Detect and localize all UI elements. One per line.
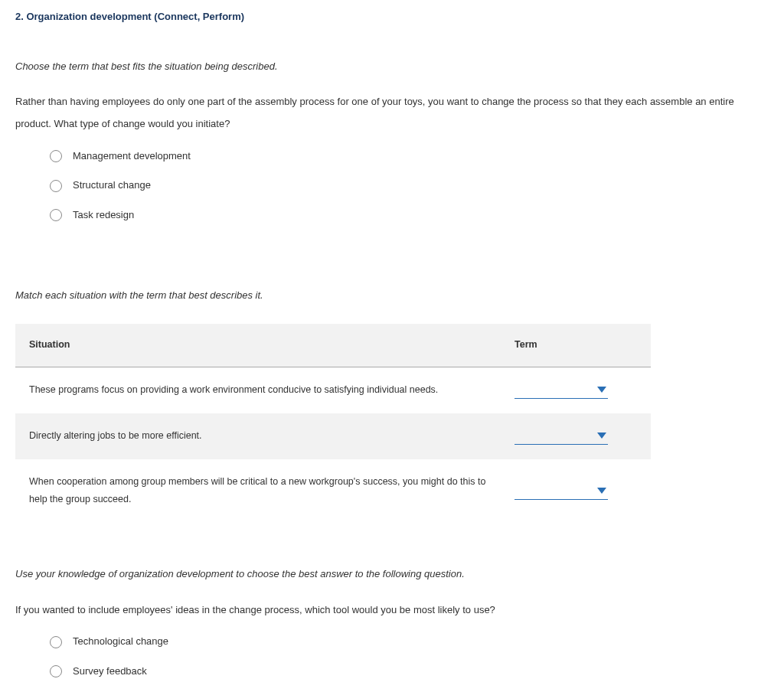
option-label: Management development xyxy=(73,147,191,166)
term-dropdown[interactable] xyxy=(514,427,608,445)
q2-options: Technological change Survey feedback Tas… xyxy=(50,632,769,692)
svg-marker-1 xyxy=(597,432,606,439)
option-label: Survey feedback xyxy=(73,662,147,681)
table-row: These programs focus on providing a work… xyxy=(15,367,651,413)
option-label: Task redesign xyxy=(73,206,134,225)
q2-stem: If you wanted to include employees' idea… xyxy=(15,599,769,622)
chevron-down-icon xyxy=(597,387,606,393)
radio-icon xyxy=(50,209,62,221)
radio-icon xyxy=(50,665,62,677)
q2-instruction: Use your knowledge of organization devel… xyxy=(15,565,769,584)
q1-option-a[interactable]: Management development xyxy=(50,147,769,166)
situation-cell: These programs focus on providing a work… xyxy=(15,367,501,413)
svg-marker-2 xyxy=(597,488,606,494)
q1-option-c[interactable]: Task redesign xyxy=(50,206,769,225)
question-title: 2. Organization development (Connect, Pe… xyxy=(15,8,769,27)
q1-option-b[interactable]: Structural change xyxy=(50,176,769,195)
radio-icon xyxy=(50,150,62,162)
table-row: When cooperation among group members wil… xyxy=(15,459,651,524)
radio-icon xyxy=(50,180,62,192)
col-term: Term xyxy=(501,324,651,367)
q1-options: Management development Structural change… xyxy=(50,147,769,225)
q1-stem: Rather than having employees do only one… xyxy=(15,91,769,135)
q1-instruction: Choose the term that best fits the situa… xyxy=(15,57,769,77)
option-label: Structural change xyxy=(73,176,151,195)
option-label: Technological change xyxy=(73,632,168,651)
svg-marker-0 xyxy=(597,387,606,393)
term-dropdown[interactable] xyxy=(514,482,608,500)
situation-cell: Directly altering jobs to be more effici… xyxy=(15,413,501,459)
chevron-down-icon xyxy=(597,432,606,439)
q2-option-a[interactable]: Technological change xyxy=(50,632,769,651)
match-instruction: Match each situation with the term that … xyxy=(15,286,769,305)
radio-icon xyxy=(50,636,62,648)
match-table: Situation Term These programs focus on p… xyxy=(15,324,651,523)
q2-option-b[interactable]: Survey feedback xyxy=(50,662,769,681)
col-situation: Situation xyxy=(15,324,501,367)
table-row: Directly altering jobs to be more effici… xyxy=(15,413,651,459)
chevron-down-icon xyxy=(597,488,606,494)
situation-cell: When cooperation among group members wil… xyxy=(15,459,501,524)
term-dropdown[interactable] xyxy=(514,381,608,399)
